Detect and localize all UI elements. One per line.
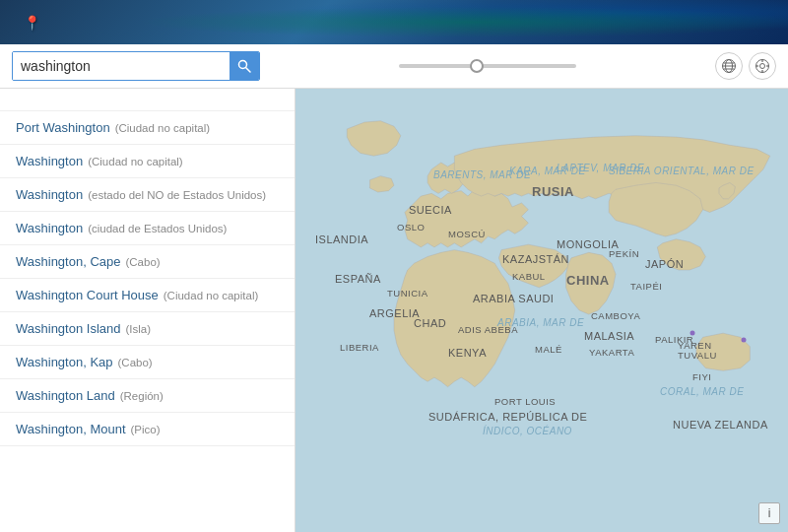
list-item[interactable]: Washington, Kap(Cabo) [0,346,295,379]
app-title: 📍 [24,15,46,31]
app-header: 📍 [0,0,788,44]
svg-line-1 [246,68,251,73]
results-list: Port Washington(Ciudad no capital)Washin… [0,111,295,446]
city-dot-oslo [690,331,695,336]
settings-icon [755,58,770,74]
svg-point-8 [760,64,765,69]
search-input[interactable] [13,52,230,80]
main-content: Port Washington(Ciudad no capital)Washin… [0,89,788,532]
result-name: Washington Land [16,388,115,403]
zoom-thumb[interactable] [470,59,484,73]
result-type: (ciudad de Estados Unidos) [88,223,227,234]
search-button[interactable] [230,51,259,81]
result-type: (Pico) [131,424,161,435]
result-type: (estado del NO de Estados Unidos) [88,189,266,201]
city-dot-moscow [742,338,747,343]
result-type: (Cabo) [118,357,153,368]
map-svg [296,89,788,532]
globe-button[interactable] [715,52,743,80]
results-panel: Port Washington(Ciudad no capital)Washin… [0,89,296,532]
result-type: (Ciudad no capital) [88,156,183,167]
map-area[interactable]: ISLANDIASUECIARUSIAKAZAJSTÁNMONGOLIACHIN… [296,89,788,532]
result-name: Washington [16,187,83,202]
result-name: Washington, Mount [16,422,126,436]
result-name: Washington Island [16,321,120,336]
settings-button[interactable] [749,52,776,80]
toolbar-icons [715,52,776,80]
list-item[interactable]: Washington, Mount(Pico) [0,413,295,446]
list-item[interactable]: Washington Court House(Ciudad no capital… [0,279,295,312]
results-header [0,89,295,111]
result-name: Washington Court House [16,288,159,302]
result-type: (Isla) [125,323,151,335]
list-item[interactable]: Washington(Ciudad no capital) [0,145,295,178]
pin-icon: 📍 [24,15,40,31]
globe-icon [721,58,737,74]
search-icon [237,59,251,73]
list-item[interactable]: Washington Land(Región) [0,379,295,413]
result-name: Washington [16,221,83,235]
toolbar [0,44,788,89]
list-item[interactable]: Washington, Cape(Cabo) [0,245,295,279]
result-type: (Ciudad no capital) [164,290,259,301]
list-item[interactable]: Port Washington(Ciudad no capital) [0,111,295,145]
info-icon: i [768,506,771,520]
list-item[interactable]: Washington Island(Isla) [0,312,295,346]
list-item[interactable]: Washington(ciudad de Estados Unidos) [0,212,295,245]
result-name: Washington, Cape [16,254,120,269]
zoom-slider-container [270,64,705,68]
result-type: (Cabo) [125,256,160,268]
header-background [0,0,788,44]
search-box [12,51,260,81]
zoom-slider[interactable] [399,64,576,68]
result-name: Port Washington [16,120,110,135]
result-name: Washington, Kap [16,355,113,369]
info-button[interactable]: i [758,502,780,524]
result-type: (Región) [120,390,164,402]
result-type: (Ciudad no capital) [115,122,211,134]
result-name: Washington [16,154,83,168]
list-item[interactable]: Washington(estado del NO de Estados Unid… [0,178,295,212]
